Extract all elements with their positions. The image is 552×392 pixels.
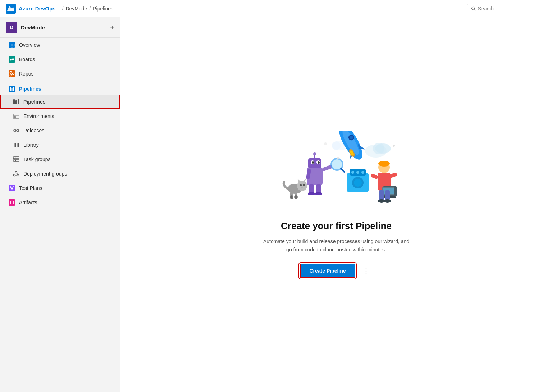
sidebar-item-releases[interactable]: Releases — [0, 123, 120, 138]
svg-point-53 — [332, 141, 341, 150]
svg-point-82 — [300, 184, 302, 186]
sidebar-item-boards[interactable]: Boards — [0, 52, 120, 67]
svg-rect-32 — [15, 143, 16, 147]
svg-point-1 — [472, 7, 475, 10]
svg-rect-4 — [12, 42, 15, 45]
svg-rect-3 — [9, 42, 12, 45]
logo-icon — [6, 4, 16, 14]
pipelines-header-icon — [8, 85, 15, 92]
svg-rect-76 — [308, 192, 315, 195]
svg-rect-107 — [385, 190, 390, 201]
sidebar-item-environments-label: Environments — [23, 113, 54, 119]
sidebar-item-deployment-groups-label: Deployment groups — [23, 171, 67, 177]
svg-point-69 — [313, 152, 316, 155]
svg-point-98 — [378, 161, 390, 167]
library-icon — [13, 141, 20, 149]
svg-rect-22 — [18, 99, 19, 104]
sidebar-item-test-plans-label: Test Plans — [19, 185, 42, 191]
sidebar-item-artifacts-label: Artifacts — [19, 200, 37, 205]
sidebar-item-releases-label: Releases — [23, 128, 44, 133]
create-pipeline-button[interactable]: Create Pipeline — [300, 264, 355, 278]
svg-point-67 — [318, 161, 320, 164]
sidebar-item-repos-label: Repos — [19, 71, 33, 77]
environments-icon — [13, 113, 20, 120]
boards-icon — [8, 56, 15, 63]
project-header: D DevMode + — [0, 17, 120, 38]
search-input[interactable] — [478, 6, 542, 12]
svg-point-94 — [361, 171, 364, 174]
breadcrumb-pipelines[interactable]: Pipelines — [93, 6, 113, 12]
sidebar-item-library-label: Library — [23, 142, 39, 148]
sidebar-item-artifacts[interactable]: Artifacts — [0, 195, 120, 210]
sidebar-item-boards-label: Boards — [19, 56, 35, 62]
svg-rect-20 — [13, 99, 15, 104]
svg-marker-81 — [302, 179, 306, 182]
svg-point-83 — [303, 184, 305, 186]
svg-rect-19 — [13, 87, 14, 91]
svg-rect-6 — [12, 45, 15, 48]
svg-rect-5 — [9, 45, 12, 48]
svg-point-112 — [324, 142, 327, 145]
project-avatar: D — [6, 22, 17, 33]
svg-point-40 — [14, 174, 15, 176]
add-project-button[interactable]: + — [110, 24, 114, 31]
svg-rect-74 — [309, 184, 314, 193]
svg-point-51 — [373, 143, 384, 154]
svg-point-92 — [351, 171, 354, 174]
sidebar-item-deployment-groups[interactable]: Deployment groups — [0, 167, 120, 181]
svg-point-41 — [17, 174, 19, 176]
svg-point-28 — [14, 129, 16, 132]
svg-point-93 — [356, 171, 359, 174]
svg-marker-80 — [297, 179, 301, 182]
svg-point-79 — [297, 181, 307, 191]
svg-rect-18 — [12, 88, 13, 91]
svg-rect-77 — [315, 192, 322, 195]
hero-title: Create your first Pipeline — [281, 220, 392, 232]
main-content: Create your first Pipeline Automate your… — [120, 17, 552, 392]
sidebar-item-library[interactable]: Library — [0, 138, 120, 152]
svg-rect-25 — [13, 114, 19, 118]
svg-point-89 — [295, 196, 297, 198]
svg-line-72 — [341, 168, 344, 172]
sidebar-item-test-plans[interactable]: Test Plans — [0, 181, 120, 195]
sidebar-item-overview-label: Overview — [19, 42, 40, 48]
sidebar-item-pipelines-header[interactable]: Pipelines — [0, 81, 120, 95]
svg-rect-106 — [379, 190, 384, 201]
pipelines-sub-icon — [13, 98, 20, 105]
breadcrumb-devmode[interactable]: DevMode — [65, 6, 87, 12]
project-info: D DevMode — [6, 22, 45, 33]
svg-point-111 — [393, 145, 395, 147]
svg-rect-17 — [10, 87, 11, 91]
svg-rect-45 — [9, 185, 15, 191]
project-name: DevMode — [21, 24, 45, 31]
svg-point-8 — [13, 59, 14, 60]
more-options-button[interactable]: ⋮ — [360, 265, 373, 277]
svg-rect-34 — [18, 143, 19, 147]
search-box[interactable] — [467, 4, 546, 13]
svg-line-43 — [17, 173, 18, 175]
sidebar-item-task-groups[interactable]: Task groups — [0, 152, 120, 167]
main-layout: D DevMode + Overview — [0, 17, 552, 392]
pipeline-illustration — [268, 131, 405, 210]
svg-rect-101 — [389, 172, 397, 178]
svg-line-42 — [15, 173, 15, 175]
artifacts-icon — [8, 199, 15, 206]
azure-devops-logo[interactable]: Azure DevOps — [6, 4, 56, 14]
sidebar-item-overview[interactable]: Overview — [0, 38, 120, 52]
svg-line-2 — [474, 9, 475, 10]
svg-point-96 — [354, 179, 362, 187]
sidebar-item-task-groups-label: Task groups — [23, 156, 50, 162]
sidebar-item-environments[interactable]: Environments — [0, 109, 120, 123]
sidebar-item-pipelines[interactable]: Pipelines — [0, 95, 120, 109]
sidebar: D DevMode + Overview — [0, 17, 120, 392]
testplans-icon — [8, 184, 15, 192]
svg-rect-100 — [370, 173, 378, 179]
taskgroups-icon — [13, 156, 20, 163]
repos-icon — [8, 70, 15, 77]
top-bar: Azure DevOps / DevMode / Pipelines — [0, 0, 552, 17]
search-icon — [471, 6, 476, 11]
svg-rect-33 — [17, 143, 18, 147]
svg-rect-75 — [316, 184, 321, 193]
svg-point-87 — [291, 196, 292, 198]
sidebar-item-repos[interactable]: Repos — [0, 67, 120, 81]
